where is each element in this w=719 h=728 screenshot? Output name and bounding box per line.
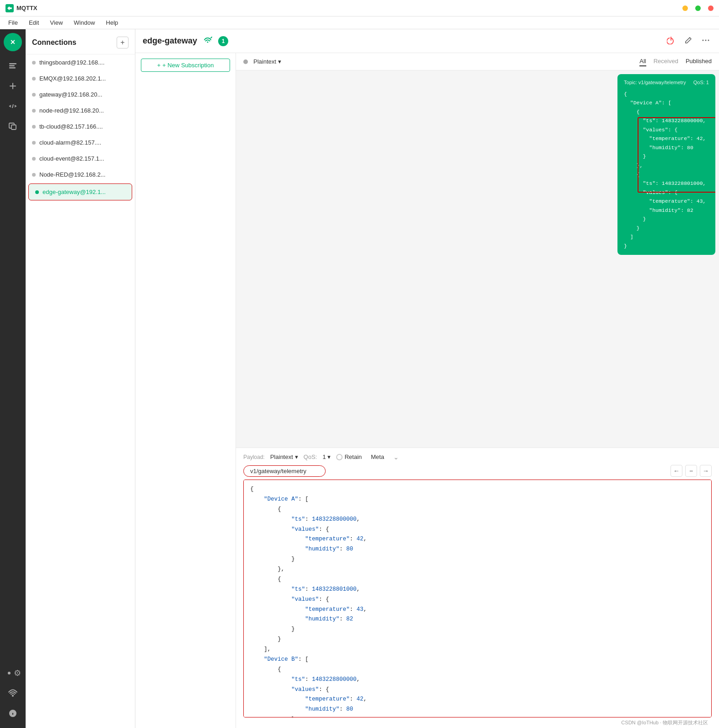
disconnect-button[interactable] [665, 34, 677, 48]
app-layout: × [0, 29, 719, 728]
menu-edit[interactable]: Edit [24, 18, 43, 27]
expand-icon[interactable]: ⌄ [393, 453, 399, 461]
back-button[interactable]: ← [671, 465, 682, 477]
qos-label: QoS: [304, 453, 317, 460]
window-controls [682, 5, 714, 11]
svg-rect-3 [9, 67, 16, 69]
connections-header: Connections + [26, 29, 135, 54]
connection-label: node-red@192.168.20... [39, 107, 104, 114]
title-bar: MQTTX [0, 0, 719, 16]
connection-item-cloudalarm[interactable]: cloud-alarm@82.157.... [26, 135, 135, 151]
chevron-down-icon: ▾ [278, 58, 281, 65]
publish-format-label: Plaintext [270, 453, 293, 460]
conn-header-bar: edge-gateway 1 [135, 29, 719, 53]
svg-point-6 [12, 695, 13, 696]
conn-status-icon [203, 35, 213, 47]
format-label: Plaintext [253, 58, 276, 65]
connections-title: Connections [32, 38, 76, 47]
connection-item-emqx[interactable]: EMQX@192.168.202.1... [26, 70, 135, 86]
watermark-text: CSDN @IoTHub · 物联网开源技术社区 [621, 720, 708, 725]
payload-editor[interactable]: { "Device A": [ { "ts": 1483228800000, "… [243, 480, 712, 717]
connection-item-thingsboard[interactable]: thingsboard@192.168.... [26, 54, 135, 70]
connection-label: edge-gateway@192.1... [43, 189, 106, 195]
message-container: Topic: v1/gateway/telemetry QoS: 1 { "De… [617, 74, 715, 255]
connection-label: tb-cloud@82.157.166.... [39, 123, 103, 130]
connection-item-cloudevent[interactable]: cloud-event@82.157.1... [26, 151, 135, 167]
app-logo: MQTTX [5, 4, 38, 12]
tab-received[interactable]: Received [654, 57, 678, 66]
connection-item-tbcloud[interactable]: tb-cloud@82.157.166.... [26, 119, 135, 135]
connection-item-edgegateway[interactable]: edge-gateway@192.1... [28, 183, 132, 200]
message-qos-label: QoS: 1 [693, 79, 709, 87]
menu-window[interactable]: Window [69, 18, 99, 27]
minimize-btn[interactable] [682, 5, 688, 11]
publish-qos-dropdown[interactable]: 1 ▾ [322, 453, 331, 460]
sidebar-item-connections[interactable] [4, 57, 22, 75]
conn-name: edge-gateway [143, 36, 197, 46]
message-topic-label: Topic: v1/gateway/telemetry [624, 79, 686, 87]
message-bubble: Topic: v1/gateway/telemetry QoS: 1 { "De… [617, 74, 715, 255]
menu-file[interactable]: File [4, 18, 22, 27]
payload-label: Payload: [243, 454, 265, 460]
tab-all[interactable]: All [639, 57, 646, 66]
close-btn[interactable] [708, 5, 714, 11]
app-name: MQTTX [16, 5, 38, 11]
sidebar-item-copy[interactable] [4, 117, 22, 135]
topic-row: v1/gateway/telemetry ← − → [243, 465, 712, 477]
new-subscription-button[interactable]: + + New Subscription [141, 59, 230, 72]
minus-button[interactable]: − [685, 465, 697, 477]
payload-status-indicator [243, 59, 248, 64]
format-dropdown[interactable]: Plaintext ▾ [253, 58, 281, 65]
filter-tabs: All Received Published [639, 57, 712, 66]
main-content: edge-gateway 1 [135, 29, 719, 728]
connection-item-nodered[interactable]: node-red@192.168.20... [26, 102, 135, 119]
connections-panel: Connections + thingsboard@192.168.... EM… [26, 29, 135, 728]
forward-button[interactable]: → [700, 465, 712, 477]
edit-button[interactable] [682, 34, 694, 48]
svg-point-8 [703, 39, 704, 41]
icon-sidebar: × [0, 29, 26, 728]
connection-label: EMQX@192.168.202.1... [39, 75, 106, 82]
connection-label: Node-RED@192.168.2... [39, 171, 106, 178]
svg-point-9 [705, 39, 707, 41]
connection-item-gateway[interactable]: gateway@192.168.20... [26, 86, 135, 102]
connection-dot [32, 109, 36, 113]
connection-item-noderedip[interactable]: Node-RED@192.168.2... [26, 167, 135, 183]
topic-input[interactable]: v1/gateway/telemetry [243, 465, 326, 477]
connection-label: cloud-alarm@82.157.... [39, 139, 101, 146]
message-code: { "Device A": [ { "ts": 1483228800000, "… [624, 90, 709, 251]
messages-area: Plaintext ▾ All Received Published [236, 53, 719, 728]
meta-button[interactable]: Meta [367, 453, 388, 461]
tab-published[interactable]: Published [686, 57, 712, 66]
retain-area: Retain [336, 453, 362, 460]
svg-rect-5 [11, 125, 16, 129]
menu-view[interactable]: View [45, 18, 67, 27]
publish-format-dropdown[interactable]: Plaintext ▾ [270, 453, 298, 460]
svg-rect-1 [9, 63, 16, 65]
connection-dot [32, 61, 36, 65]
messages-toolbar: Plaintext ▾ All Received Published [236, 53, 719, 70]
sidebar-item-script[interactable] [4, 97, 22, 115]
connection-label: thingsboard@192.168.... [39, 59, 105, 66]
connection-dot [32, 125, 36, 129]
sidebar-item-add[interactable] [4, 77, 22, 95]
nav-icons: ← − → [671, 465, 712, 477]
publish-qos-chevron-icon: ▾ [327, 453, 331, 460]
message-topic-value: v1/gateway/telemetry [639, 80, 686, 85]
menu-help[interactable]: Help [102, 18, 123, 27]
svg-point-10 [708, 39, 709, 41]
sidebar-item-info[interactable] [4, 704, 22, 723]
add-connection-button[interactable]: + [117, 37, 129, 49]
svg-point-0 [10, 7, 12, 9]
sidebar-item-wifi[interactable] [4, 684, 22, 702]
maximize-btn[interactable] [695, 5, 701, 11]
avatar[interactable]: × [4, 33, 22, 51]
sidebar-item-settings[interactable]: ⚙ [4, 664, 22, 682]
retain-radio[interactable] [336, 454, 343, 460]
svg-rect-2 [9, 65, 15, 67]
publish-qos-value: 1 [322, 453, 326, 460]
more-button[interactable] [700, 34, 712, 48]
publish-area: Payload: Plaintext ▾ QoS: 1 ▾ Retain [236, 448, 719, 728]
connection-label: cloud-event@82.157.1... [39, 155, 104, 162]
connection-dot [32, 141, 36, 145]
